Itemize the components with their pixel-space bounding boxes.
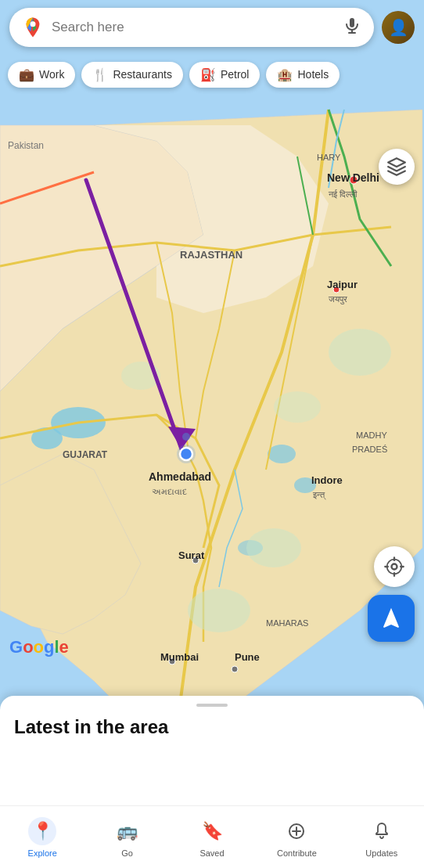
bottom-sheet-handle xyxy=(196,704,228,707)
nav-label-updates: Updates xyxy=(365,848,397,858)
nav-item-go[interactable]: 🚌 Go xyxy=(84,811,169,864)
svg-text:અમદાવાદ: અમદાવાદ xyxy=(152,487,187,496)
svg-rect-47 xyxy=(350,18,354,27)
svg-point-17 xyxy=(246,528,301,567)
google-g: G xyxy=(9,637,23,657)
nav-item-saved[interactable]: 🔖 Saved xyxy=(170,811,254,864)
filter-hotels-label: Hotels xyxy=(297,68,329,81)
svg-point-15 xyxy=(329,329,391,376)
svg-text:Mumbai: Mumbai xyxy=(160,651,199,663)
restaurants-icon: 🍴 xyxy=(92,67,108,82)
nav-label-explore: Explore xyxy=(28,848,57,858)
svg-text:Ahmedabad: Ahmedabad xyxy=(149,470,211,483)
nav-label-saved: Saved xyxy=(199,848,224,858)
bottom-sheet: Latest in the area 📍 Explore 🚌 Go 🔖 Save… xyxy=(0,696,424,868)
svg-text:इन्त्: इन्त् xyxy=(312,490,326,500)
mic-icon[interactable] xyxy=(343,16,361,38)
svg-text:Surat: Surat xyxy=(178,549,205,561)
bottom-nav: 📍 Explore 🚌 Go 🔖 Saved xyxy=(0,805,424,868)
svg-text:Pakistan: Pakistan xyxy=(8,140,44,151)
user-avatar[interactable]: 👤 xyxy=(382,11,415,44)
svg-text:Jaipur: Jaipur xyxy=(327,279,358,290)
svg-point-18 xyxy=(188,589,250,632)
google-o1: o xyxy=(23,637,33,657)
saved-icon-wrap: 🔖 xyxy=(198,817,226,845)
go-icon-wrap: 🚌 xyxy=(113,817,142,845)
contribute-icon xyxy=(287,822,306,841)
map-container[interactable]: RAJASTHAN GUJARAT HARY New Delhi नई दिल्… xyxy=(0,0,424,728)
petrol-icon: ⛽ xyxy=(200,67,216,82)
layer-toggle-button[interactable] xyxy=(379,149,415,185)
filter-hotels[interactable]: 🏨 Hotels xyxy=(266,62,340,88)
filter-work[interactable]: 💼 Work xyxy=(8,62,75,88)
svg-text:PRADEŚ: PRADEŚ xyxy=(352,445,387,454)
svg-point-45 xyxy=(387,560,402,574)
google-e: e xyxy=(59,637,69,657)
svg-text:Pune: Pune xyxy=(235,651,260,663)
filter-petrol-label: Petrol xyxy=(221,68,250,81)
nav-item-updates[interactable]: Updates xyxy=(340,811,424,864)
saved-icon: 🔖 xyxy=(202,821,223,841)
search-bar[interactable]: Search here xyxy=(9,8,374,47)
search-placeholder: Search here xyxy=(52,20,335,35)
svg-text:HARY: HARY xyxy=(317,153,341,162)
hotels-icon: 🏨 xyxy=(277,67,293,82)
svg-point-43 xyxy=(182,433,190,441)
explore-icon-wrap: 📍 xyxy=(28,817,56,845)
svg-point-44 xyxy=(392,564,397,570)
svg-text:New Delhi: New Delhi xyxy=(327,171,379,184)
go-icon: 🚌 xyxy=(117,821,138,841)
filter-petrol[interactable]: ⛽ Petrol xyxy=(189,62,261,88)
nav-label-go: Go xyxy=(121,848,133,858)
nav-item-explore[interactable]: 📍 Explore xyxy=(0,811,84,864)
contribute-icon-wrap xyxy=(282,817,311,845)
google-g2: g xyxy=(44,637,54,657)
explore-icon: 📍 xyxy=(32,821,53,841)
svg-point-16 xyxy=(274,391,321,423)
google-o2: o xyxy=(34,637,44,657)
filter-restaurants[interactable]: 🍴 Restaurants xyxy=(81,62,182,88)
updates-icon xyxy=(372,822,391,841)
svg-text:Indore: Indore xyxy=(311,474,343,486)
google-maps-logo xyxy=(22,16,44,38)
header: Search here 👤 xyxy=(0,0,424,55)
svg-text:RAJASTHAN: RAJASTHAN xyxy=(180,249,243,261)
my-location-button[interactable] xyxy=(374,546,415,587)
quick-filters: 💼 Work 🍴 Restaurants ⛽ Petrol 🏨 Hotels xyxy=(0,55,424,94)
filter-work-label: Work xyxy=(39,68,64,81)
updates-icon-wrap xyxy=(368,817,396,845)
svg-point-14 xyxy=(232,666,238,672)
svg-point-7 xyxy=(268,445,296,463)
google-watermark: Google xyxy=(9,637,69,657)
work-icon: 💼 xyxy=(19,67,34,82)
svg-text:नई दिल्ली: नई दिल्ली xyxy=(328,189,358,199)
svg-text:GUJARAT: GUJARAT xyxy=(63,449,108,460)
svg-text:जयपुर: जयपुर xyxy=(328,294,347,304)
filter-restaurants-label: Restaurants xyxy=(113,68,171,81)
navigate-button[interactable] xyxy=(368,595,415,642)
svg-point-46 xyxy=(31,21,36,27)
svg-point-42 xyxy=(180,448,192,460)
nav-label-contribute: Contribute xyxy=(277,848,317,858)
svg-text:MAHARAS: MAHARAS xyxy=(266,618,308,628)
nav-item-contribute[interactable]: Contribute xyxy=(254,811,339,864)
svg-text:MADHY: MADHY xyxy=(356,430,387,440)
bottom-sheet-title: Latest in the area xyxy=(0,716,424,749)
